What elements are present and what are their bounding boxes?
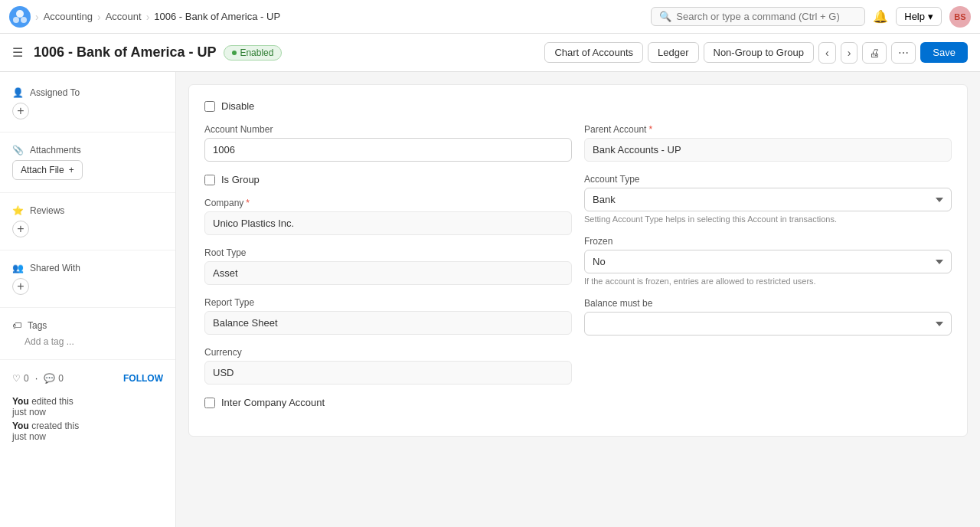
nav-accounting[interactable]: Accounting: [44, 11, 93, 22]
account-type-label: Account Type: [584, 174, 952, 185]
more-options-button[interactable]: ⋯: [891, 42, 916, 64]
form-right: Parent Account * Bank Accounts - UP Acco…: [584, 124, 952, 421]
parent-account-label: Parent Account *: [584, 124, 952, 135]
comments[interactable]: 💬 0: [44, 373, 64, 384]
account-type-select[interactable]: Bank: [584, 188, 952, 211]
attach-file-button[interactable]: Attach File +: [12, 160, 83, 180]
footer-actions: ♡ 0 · 💬 0 FOLLOW: [0, 366, 175, 390]
search-input[interactable]: [676, 11, 857, 22]
sidebar: 👤 Assigned To + 📎 Attachments Attach Fil…: [0, 72, 176, 527]
activity-action-2: created this: [31, 421, 79, 431]
balance-must-be-row: Balance must be Debit Credit: [584, 298, 952, 336]
add-assigned-to-button[interactable]: +: [12, 103, 29, 119]
disable-label: Disable: [221, 100, 254, 112]
frozen-label: Frozen: [584, 236, 952, 247]
parent-account-value: Bank Accounts - UP: [584, 138, 952, 162]
follow-button[interactable]: FOLLOW: [123, 373, 163, 384]
reviews-section: ⭐ Reviews +: [0, 199, 175, 244]
account-type-row: Account Type Bank Setting Account Type h…: [584, 174, 952, 224]
inter-company-checkbox[interactable]: [204, 398, 215, 408]
prev-button[interactable]: ‹: [818, 42, 836, 64]
nav-current: 1006 - Bank of America - UP: [154, 11, 280, 22]
tags-section: 🏷 Tags Add a tag ...: [0, 314, 175, 353]
search-bar[interactable]: 🔍: [651, 7, 865, 26]
divider-3: [0, 250, 175, 250]
tags-icon: 🏷: [12, 320, 21, 331]
main-content: Disable Account Number Is Group: [176, 72, 980, 527]
divider-4: [0, 307, 175, 308]
app-logo[interactable]: [9, 6, 31, 28]
print-button[interactable]: 🖨: [862, 42, 887, 64]
header-actions: Chart of Accounts Ledger Non-Group to Gr…: [544, 42, 968, 64]
attachments-section: 📎 Attachments Attach File +: [0, 139, 175, 186]
activity-time-1: just now: [12, 407, 46, 417]
hamburger-icon[interactable]: ☰: [12, 45, 23, 60]
next-button[interactable]: ›: [841, 42, 858, 64]
comment-icon: 💬: [44, 373, 55, 384]
main-layout: 👤 Assigned To + 📎 Attachments Attach Fil…: [0, 72, 980, 527]
nav-right: 🔍 🔔 Help ▾ BS: [651, 6, 971, 28]
disable-checkbox[interactable]: [204, 101, 215, 112]
account-number-label: Account Number: [204, 124, 572, 135]
activity-action-1: edited this: [31, 396, 74, 407]
comments-count: 0: [58, 373, 64, 384]
save-button[interactable]: Save: [920, 42, 968, 63]
disable-row: Disable: [204, 100, 952, 112]
add-shared-with-button[interactable]: +: [12, 278, 29, 295]
is-group-label: Is Group: [221, 174, 260, 185]
activity-item-2: You created this just now: [12, 421, 163, 442]
parent-account-row: Parent Account * Bank Accounts - UP: [584, 124, 952, 162]
assigned-to-icon: 👤: [12, 87, 24, 98]
report-type-label: Report Type: [204, 297, 572, 308]
chevron-down-icon: ▾: [928, 11, 933, 22]
shared-with-section: 👥 Shared With +: [0, 257, 175, 301]
frozen-hint: If the account is frozen, entries are al…: [584, 277, 952, 286]
form-two-col: Account Number Is Group Company *: [204, 124, 952, 421]
help-label: Help: [904, 11, 925, 22]
is-group-row: Is Group: [204, 174, 572, 185]
reviews-icon: ⭐: [12, 205, 24, 216]
inter-company-label: Inter Company Account: [221, 397, 325, 408]
likes[interactable]: ♡ 0: [12, 373, 29, 384]
status-dot: [232, 51, 237, 55]
frozen-row: Frozen No Yes If the account is frozen, …: [584, 236, 952, 286]
heart-icon: ♡: [12, 373, 21, 384]
add-tag-link[interactable]: Add a tag ...: [12, 333, 87, 350]
activity-user-2: You: [12, 421, 29, 431]
company-row: Company * Unico Plastics Inc.: [204, 198, 572, 235]
chart-of-accounts-button[interactable]: Chart of Accounts: [544, 42, 643, 63]
status-badge: Enabled: [224, 45, 282, 61]
svg-point-3: [21, 17, 27, 23]
activity-user-1: You: [12, 396, 29, 407]
parent-account-required: *: [648, 124, 652, 135]
activity-time-2: just now: [12, 431, 46, 442]
ledger-button[interactable]: Ledger: [648, 42, 698, 63]
divider-1: [0, 132, 175, 133]
attach-plus-icon: +: [69, 165, 74, 175]
search-icon: 🔍: [659, 11, 671, 22]
avatar[interactable]: BS: [949, 6, 971, 28]
frozen-select[interactable]: No Yes: [584, 250, 952, 273]
report-type-value: Balance Sheet: [204, 311, 572, 335]
add-review-button[interactable]: +: [12, 221, 29, 237]
balance-must-be-select[interactable]: Debit Credit: [584, 312, 952, 336]
page-header: ☰ 1006 - Bank of America - UP Enabled Ch…: [0, 34, 980, 72]
activity-item-1: You edited this just now: [12, 396, 163, 417]
divider-2: [0, 192, 175, 193]
currency-row: Currency USD: [204, 347, 572, 385]
attachments-icon: 📎: [12, 145, 24, 155]
shared-with-label: Shared With: [30, 263, 80, 273]
non-group-to-group-button[interactable]: Non-Group to Group: [704, 42, 815, 63]
inter-company-row: Inter Company Account: [204, 397, 572, 408]
form-card: Disable Account Number Is Group: [188, 84, 968, 437]
is-group-checkbox[interactable]: [204, 175, 215, 185]
notification-bell-icon[interactable]: 🔔: [873, 9, 888, 24]
nav-account[interactable]: Account: [106, 11, 142, 22]
divider-5: [0, 359, 175, 360]
svg-point-2: [13, 17, 19, 23]
status-label: Enabled: [240, 47, 273, 58]
account-number-input[interactable]: [204, 138, 572, 162]
report-type-row: Report Type Balance Sheet: [204, 297, 572, 335]
root-type-row: Root Type Asset: [204, 247, 572, 285]
help-button[interactable]: Help ▾: [896, 7, 942, 26]
